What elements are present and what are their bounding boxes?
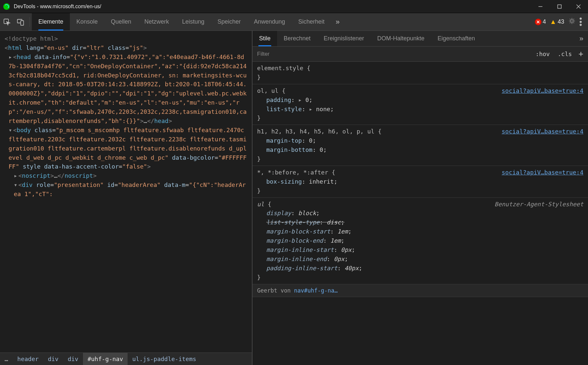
warning-icon: ▲ bbox=[550, 18, 557, 26]
main-content: <!doctype html> <html lang="en-us" dir="… bbox=[0, 31, 588, 365]
svg-rect-6 bbox=[21, 21, 24, 25]
elements-panel: <!doctype html> <html lang="en-us" dir="… bbox=[0, 31, 253, 365]
tab-stile[interactable]: Stile bbox=[253, 31, 277, 46]
head-element[interactable]: ▸<head data-info="{"v":"1.0.7321.40972",… bbox=[5, 52, 247, 126]
devtools-toolbar: Elemente Konsole Quellen Netzwerk Leistu… bbox=[0, 13, 588, 31]
divider bbox=[30, 17, 30, 27]
tab-berechnet[interactable]: Berechnet bbox=[277, 31, 317, 46]
tab-sicherheit[interactable]: Sicherheit bbox=[292, 13, 331, 30]
tab-eigenschaften[interactable]: Eigenschaften bbox=[431, 31, 481, 46]
tab-dom-haltepunkte[interactable]: DOM-Haltepunkte bbox=[371, 31, 431, 46]
window-titlebar: DevTools - www.microsoft.com/en-us/ bbox=[0, 0, 588, 13]
style-rule-ua[interactable]: Benutzer-Agent-Stylesheet ul { display: … bbox=[253, 198, 588, 284]
inspect-element-icon[interactable] bbox=[0, 13, 14, 30]
breadcrumb-item[interactable]: div bbox=[43, 353, 63, 365]
breadcrumb-item[interactable]: header bbox=[13, 353, 43, 365]
breadcrumb-item-selected[interactable]: #uhf-g-nav bbox=[83, 353, 128, 365]
warning-count-badge[interactable]: ▲ 43 bbox=[550, 18, 564, 26]
app-icon bbox=[3, 3, 10, 10]
tab-anwendung[interactable]: Anwendung bbox=[247, 13, 292, 30]
error-count-badge[interactable]: ✕ 4 bbox=[535, 18, 546, 25]
breadcrumb-item[interactable]: ul.js-paddle-items bbox=[128, 353, 201, 365]
main-tab-bar: Elemente Konsole Quellen Netzwerk Leistu… bbox=[32, 13, 344, 30]
window-title: DevTools - www.microsoft.com/en-us/ bbox=[14, 4, 531, 10]
inherited-from-link[interactable]: nav#uhf-g-na… bbox=[294, 287, 338, 294]
tab-speicher[interactable]: Speicher bbox=[211, 13, 247, 30]
svg-point-7 bbox=[571, 20, 573, 22]
ua-stylesheet-label: Benutzer-Agent-Stylesheet bbox=[495, 200, 583, 209]
cls-toggle[interactable]: .cls bbox=[554, 51, 576, 57]
breadcrumb-overflow[interactable]: … bbox=[0, 355, 13, 362]
device-toolbar-icon[interactable] bbox=[14, 13, 28, 30]
breadcrumb-bar: … header div div #uhf-g-nav ul.js-paddle… bbox=[0, 353, 252, 365]
dom-tree[interactable]: <!doctype html> <html lang="en-us" dir="… bbox=[0, 31, 252, 353]
styles-tab-bar: Stile Berechnet Ereignislistener DOM-Hal… bbox=[253, 31, 588, 47]
headerarea-div[interactable]: ▾<div role="presentation" id="headerArea… bbox=[5, 180, 247, 199]
tab-quellen[interactable]: Quellen bbox=[104, 13, 138, 30]
toolbar-right: ✕ 4 ▲ 43 ••• bbox=[535, 17, 588, 27]
style-rule[interactable]: social?apiV…base=true:4 h1, h2, h3, h4, … bbox=[253, 125, 588, 166]
breadcrumb-item[interactable]: div bbox=[63, 353, 83, 365]
style-rule[interactable]: social?apiV…base=true:4 ol, ul { padding… bbox=[253, 84, 588, 125]
window-close-button[interactable] bbox=[569, 0, 588, 13]
noscript-element[interactable]: ▸<noscript>…</noscript> bbox=[5, 171, 247, 180]
tab-netzwerk[interactable]: Netzwerk bbox=[138, 13, 175, 30]
tab-ereignislistener[interactable]: Ereignislistener bbox=[317, 31, 371, 46]
stylesheet-source-link[interactable]: social?apiV…base=true:4 bbox=[502, 127, 583, 136]
error-count: 4 bbox=[543, 18, 546, 25]
inherited-label: Geerbt von bbox=[257, 287, 294, 294]
style-rule[interactable]: element.style { } bbox=[253, 62, 588, 84]
window-minimize-button[interactable] bbox=[531, 0, 550, 13]
tab-leistung[interactable]: Leistung bbox=[175, 13, 211, 30]
styles-filter-bar: :hov .cls + bbox=[253, 47, 588, 62]
style-rule[interactable]: social?apiV…base=true:4 *, *:before, *:a… bbox=[253, 166, 588, 198]
more-menu-icon[interactable]: ••• bbox=[579, 17, 582, 27]
styles-filter-input[interactable] bbox=[253, 51, 532, 57]
tab-elemente[interactable]: Elemente bbox=[32, 13, 70, 30]
styles-panel: Stile Berechnet Ereignislistener DOM-Hal… bbox=[253, 31, 588, 365]
tab-konsole[interactable]: Konsole bbox=[70, 13, 104, 30]
error-icon: ✕ bbox=[535, 19, 541, 25]
body-element[interactable]: ▾<body class="p_mscom s_mscomhp fltfeatu… bbox=[5, 126, 247, 171]
doctype-line: <!doctype html> bbox=[5, 34, 247, 43]
styles-rules-list: element.style { } social?apiV…base=true:… bbox=[253, 62, 588, 365]
stylesheet-source-link[interactable]: social?apiV…base=true:4 bbox=[502, 86, 583, 95]
warning-count: 43 bbox=[558, 18, 564, 25]
new-style-rule-button[interactable]: + bbox=[576, 49, 588, 59]
stylesheet-source-link[interactable]: social?apiV…base=true:4 bbox=[502, 168, 583, 177]
window-maximize-button[interactable] bbox=[550, 0, 569, 13]
tabs-overflow-icon[interactable]: » bbox=[331, 13, 344, 30]
styles-tabs-overflow-icon[interactable]: » bbox=[575, 31, 588, 46]
html-element[interactable]: <html lang="en-us" dir="ltr" class="js"> bbox=[5, 43, 247, 52]
svg-rect-1 bbox=[558, 5, 561, 8]
settings-icon[interactable] bbox=[568, 17, 576, 26]
window-controls bbox=[531, 0, 588, 13]
inherited-from-bar: Geerbt von nav#uhf-g-na… bbox=[253, 284, 588, 297]
hov-toggle[interactable]: :hov bbox=[532, 51, 554, 57]
